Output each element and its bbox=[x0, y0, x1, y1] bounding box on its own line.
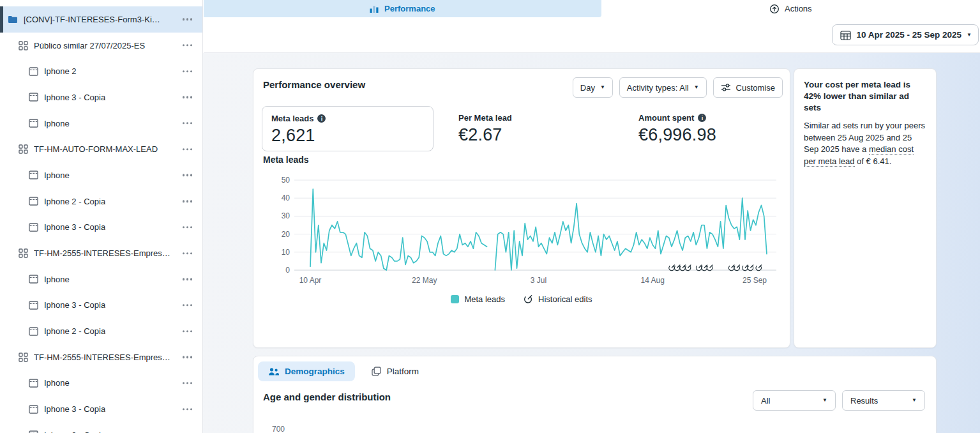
performance-overview-card: Performance overview Day ▼ Activity type… bbox=[253, 68, 790, 348]
svg-text:40: 40 bbox=[282, 194, 290, 202]
sidebar-item-label: Iphone bbox=[44, 171, 70, 180]
ad-icon bbox=[29, 67, 38, 76]
sidebar-item-label: Iphone 3 - Copia bbox=[44, 300, 105, 310]
sidebar-item-label: Iphone 2 bbox=[44, 66, 77, 76]
sidebar-item-ad[interactable]: Iphone 2 - Copia bbox=[0, 318, 202, 344]
svg-text:10: 10 bbox=[282, 248, 290, 257]
metric-label: Per Meta lead bbox=[458, 113, 512, 123]
ad-set-icon bbox=[19, 144, 28, 154]
ad-icon bbox=[29, 93, 38, 102]
more-options-icon[interactable] bbox=[183, 252, 192, 254]
more-options-icon[interactable] bbox=[183, 226, 192, 228]
sidebar-item-ad[interactable]: Iphone bbox=[0, 162, 202, 188]
customise-label: Customise bbox=[736, 83, 775, 93]
sidebar-item-label: TF-HM-2555-INTERESES-Empresa... bbox=[34, 248, 171, 258]
metric-value: 2,621 bbox=[271, 126, 424, 146]
sidebar-item-label: Iphone 2 - Copia bbox=[44, 430, 105, 433]
sidebar-item-label: Iphone 3 - Copia bbox=[44, 404, 105, 414]
sidebar-item-label: Iphone bbox=[44, 275, 70, 284]
sidebar-item-ad[interactable]: Iphone 2 - Copia bbox=[0, 188, 202, 215]
sidebar-item-label: [CONV]-TF-INTERESES-Form3-KitDig... bbox=[24, 15, 161, 24]
leads-chart: 0102030405010 Apr22 May3 Jul14 Aug25 Sep bbox=[253, 166, 791, 285]
age-filter-dropdown[interactable]: All ▼ bbox=[753, 390, 836, 411]
more-options-icon[interactable] bbox=[183, 330, 192, 332]
metric-filter-dropdown[interactable]: Results ▼ bbox=[842, 390, 925, 411]
ad-icon bbox=[29, 197, 38, 206]
tab-demographics[interactable]: Demographics bbox=[258, 361, 355, 381]
insight-panel: Your cost per meta lead is 42% lower tha… bbox=[794, 68, 937, 348]
customise-button[interactable]: Customise bbox=[713, 77, 783, 98]
ad-icon bbox=[29, 327, 38, 336]
sidebar-item-ad[interactable]: Iphone bbox=[0, 370, 202, 397]
more-options-icon[interactable] bbox=[183, 278, 192, 280]
day-dropdown[interactable]: Day ▼ bbox=[573, 77, 613, 98]
ad-set-icon bbox=[19, 41, 28, 50]
insight-body: Similar ad sets run by your peers betwee… bbox=[804, 120, 926, 167]
calendar-icon bbox=[840, 30, 851, 40]
sidebar-item-label: Iphone 3 - Copia bbox=[44, 222, 105, 232]
metric-value: €2.67 bbox=[458, 125, 512, 145]
chart-legend: Meta leads Historical edits bbox=[253, 294, 790, 304]
sidebar-item-label: Iphone bbox=[44, 119, 70, 128]
sidebar-item-ad[interactable]: Iphone bbox=[0, 110, 202, 137]
date-range-selector[interactable]: 10 Apr 2025 - 25 Sep 2025 ▼ bbox=[832, 24, 979, 45]
sidebar-item-ad[interactable]: Iphone 3 - Copia bbox=[0, 84, 202, 110]
more-options-icon[interactable] bbox=[183, 304, 192, 306]
sidebar-item-campaign[interactable]: [CONV]-TF-INTERESES-Form3-KitDig... bbox=[0, 6, 202, 33]
metric-meta-leads[interactable]: Meta leads i 2,621 bbox=[262, 106, 433, 151]
ads-manager-app: { "sidebar": { "items": [ {"type":"campa… bbox=[0, 0, 980, 433]
more-options-icon[interactable] bbox=[183, 96, 192, 98]
sidebar-item-label: Iphone 2 - Copia bbox=[44, 326, 105, 336]
sidebar-item-adset[interactable]: TF-HM-2555-INTERESES-Empresa... bbox=[0, 240, 202, 266]
more-options-icon[interactable] bbox=[183, 200, 192, 202]
chevron-down-icon: ▼ bbox=[967, 33, 972, 38]
date-range-label: 10 Apr 2025 - 25 Sep 2025 bbox=[856, 30, 961, 40]
tab-performance[interactable]: Performance bbox=[204, 0, 601, 17]
more-options-icon[interactable] bbox=[183, 70, 192, 72]
sidebar-item-adset[interactable]: Público similar 27/07/2025-ES bbox=[0, 33, 202, 59]
sidebar-item-ad[interactable]: Iphone bbox=[0, 266, 202, 292]
metric-per-meta-lead[interactable]: Per Meta lead €2.67 bbox=[449, 106, 521, 152]
tab-actions[interactable]: Actions bbox=[601, 0, 980, 17]
sidebar-item-label: TF-HM-2555-INTERESES-Empresa... bbox=[34, 353, 171, 362]
content-area: Performance overview Day ▼ Activity type… bbox=[203, 53, 980, 433]
ad-icon bbox=[29, 171, 38, 179]
info-icon[interactable]: i bbox=[698, 114, 706, 122]
sidebar-item-ad[interactable]: Iphone 2 - Copia bbox=[0, 422, 202, 433]
svg-text:30: 30 bbox=[282, 211, 290, 220]
more-options-icon[interactable] bbox=[183, 382, 192, 384]
more-options-icon[interactable] bbox=[183, 122, 192, 124]
more-options-icon[interactable] bbox=[183, 408, 192, 410]
sidebar-item-label: Público similar 27/07/2025-ES bbox=[34, 41, 145, 50]
tab-performance-label: Performance bbox=[384, 4, 435, 13]
tab-platform[interactable]: Platform bbox=[361, 361, 429, 381]
sidebar-item-label: Iphone bbox=[44, 378, 70, 388]
sidebar-item-ad[interactable]: Iphone 3 - Copia bbox=[0, 215, 202, 241]
age-filter-value: All bbox=[761, 396, 770, 406]
svg-text:50: 50 bbox=[282, 176, 290, 185]
info-icon[interactable]: i bbox=[317, 114, 326, 123]
more-options-icon[interactable] bbox=[183, 19, 192, 20]
sidebar-item-ad[interactable]: Iphone 3 - Copia bbox=[0, 292, 202, 319]
chevron-down-icon: ▼ bbox=[600, 85, 605, 90]
metric-amount-spent[interactable]: Amount spent i €6,996.98 bbox=[629, 106, 725, 152]
activity-types-dropdown[interactable]: Activity types: All ▼ bbox=[619, 77, 707, 98]
more-options-icon[interactable] bbox=[183, 44, 192, 46]
sidebar-item-ad[interactable]: Iphone 2 bbox=[0, 58, 202, 84]
breakdown-card: Demographics Platform Age and gender dis… bbox=[253, 356, 937, 433]
people-icon bbox=[268, 367, 279, 376]
more-options-icon[interactable] bbox=[183, 356, 192, 358]
card-title: Performance overview bbox=[263, 79, 365, 90]
more-options-icon[interactable] bbox=[183, 174, 192, 176]
sidebar-item-adset[interactable]: TF-HM-2555-INTERESES-Empresa... bbox=[0, 344, 202, 370]
svg-text:3 Jul: 3 Jul bbox=[531, 276, 547, 285]
ad-icon bbox=[29, 223, 38, 232]
ad-icon bbox=[29, 405, 38, 414]
tab-platform-label: Platform bbox=[387, 367, 419, 376]
top-tab-bar: Performance Actions bbox=[204, 0, 980, 17]
historical-edit-marker[interactable] bbox=[755, 264, 762, 272]
ad-icon bbox=[29, 379, 38, 388]
sidebar-item-ad[interactable]: Iphone 3 - Copia bbox=[0, 396, 202, 422]
more-options-icon[interactable] bbox=[183, 148, 192, 150]
sidebar-item-adset[interactable]: TF-HM-AUTO-FORM-MAX-LEAD bbox=[0, 136, 202, 162]
